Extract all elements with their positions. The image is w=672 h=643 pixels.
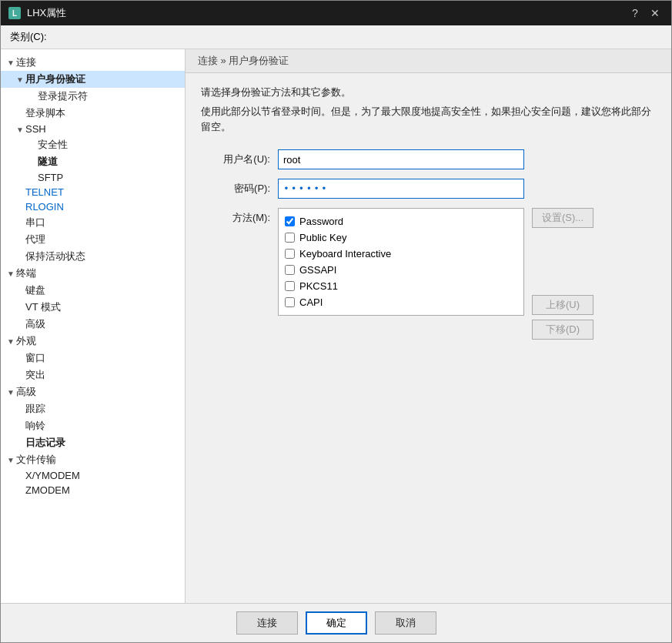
method-item-pkcs11[interactable]: PKCS11 (285, 278, 517, 294)
tree-item-label: 登录脚本 (25, 107, 65, 119)
expand-icon: ▼ (7, 456, 16, 464)
method-checkbox-capi[interactable] (285, 297, 295, 307)
ok-button[interactable]: 确定 (306, 611, 367, 635)
connect-button[interactable]: 连接 (236, 611, 298, 635)
tree-item-zmodem[interactable]: ZMODEM (1, 483, 185, 497)
close-button[interactable]: ✕ (647, 5, 664, 22)
bottom-bar: 连接 确定 取消 (1, 603, 671, 642)
window-controls: ? ✕ (627, 5, 664, 22)
expand-icon: ▼ (7, 270, 16, 278)
tree-item-highlight[interactable]: 突出 (1, 367, 185, 383)
tree-item-keyboard[interactable]: 键盘 (1, 282, 185, 299)
tree-item-label: 跟踪 (25, 403, 45, 414)
title-bar: L LHX属性 ? ✕ (1, 1, 671, 25)
tree-item-keepalive[interactable]: 保持活动状态 (1, 248, 185, 265)
tree-item-advanced[interactable]: 高级 (1, 316, 185, 333)
method-item-gssapi[interactable]: GSSAPI (285, 262, 517, 278)
tree-item-sftp[interactable]: SFTP (1, 170, 185, 185)
methods-row: 方法(M): PasswordPublic KeyKeyboard Intera… (201, 208, 656, 340)
tree-item-telnet[interactable]: TELNET (1, 185, 185, 199)
method-checkbox-gssapi[interactable] (285, 265, 295, 275)
methods-box: PasswordPublic KeyKeyboard InteractiveGS… (278, 208, 524, 316)
tree-item-advanced2[interactable]: ▼高级 (1, 383, 185, 400)
tree-item-label: 键盘 (25, 284, 45, 296)
method-item-capi[interactable]: CAPI (285, 294, 517, 310)
method-label-publickey: Public Key (299, 232, 346, 243)
tree-item-label: 安全性 (38, 139, 68, 150)
tree-item-label: RLOGIN (25, 201, 64, 213)
tree-item-label: 连接 (16, 56, 36, 68)
tree-item-filetransfer[interactable]: ▼文件传输 (1, 451, 185, 468)
description1: 请选择身份验证方法和其它参数。 (201, 85, 656, 99)
help-button[interactable]: ? (627, 5, 644, 22)
section-content: 请选择身份验证方法和其它参数。 使用此部分以节省登录时间。但是，为了最大限度地提… (186, 73, 671, 603)
tree-item-label: 高级 (16, 386, 36, 397)
username-input[interactable] (278, 149, 524, 169)
method-checkbox-keyboard[interactable] (285, 249, 295, 259)
methods-buttons: 设置(S)... 上移(U) 下移(D) (532, 208, 593, 340)
method-item-keyboard[interactable]: Keyboard Interactive (285, 246, 517, 262)
username-row: 用户名(U): (201, 149, 656, 169)
tree-item-label: 响铃 (25, 420, 45, 431)
username-label: 用户名(U): (201, 152, 270, 166)
settings-button[interactable]: 设置(S)... (532, 208, 593, 228)
tree-item-connect[interactable]: ▼连接 (1, 54, 185, 71)
main-content: ▼连接▼用户身份验证登录提示符登录脚本▼SSH安全性隧道SFTPTELNETRL… (1, 49, 671, 603)
tree-item-label: 窗口 (25, 352, 45, 363)
tree-item-bell[interactable]: 响铃 (1, 417, 185, 434)
tree-item-label: 高级 (25, 318, 45, 330)
tree-item-login-script[interactable]: 登录脚本 (1, 105, 185, 122)
method-label-keyboard: Keyboard Interactive (299, 248, 391, 260)
tree-item-security[interactable]: 安全性 (1, 136, 185, 153)
password-row: 密码(P): (201, 179, 656, 199)
move-up-button[interactable]: 上移(U) (532, 295, 593, 315)
tree-item-label: 隧道 (38, 156, 58, 167)
description2: 使用此部分以节省登录时间。但是，为了最大限度地提高安全性，如果担心安全问题，建议… (201, 104, 656, 134)
tree-item-terminal[interactable]: ▼终端 (1, 265, 185, 282)
method-checkbox-password[interactable] (285, 216, 295, 226)
tree-item-window[interactable]: 窗口 (1, 350, 185, 367)
tree-item-label: 突出 (25, 369, 45, 380)
right-panel: 连接 » 用户身份验证 请选择身份验证方法和其它参数。 使用此部分以节省登录时间… (186, 49, 671, 603)
tree-item-label: 日志记录 (25, 437, 65, 448)
tree-item-tunnel[interactable]: 隧道 (1, 153, 185, 170)
expand-icon: ▼ (7, 59, 16, 67)
dialog-title: LHX属性 (27, 6, 66, 20)
method-checkbox-publickey[interactable] (285, 233, 295, 243)
tree-item-label: 终端 (16, 267, 36, 279)
tree-item-label: 登录提示符 (38, 90, 88, 102)
app-icon: L (8, 7, 21, 19)
tree-item-label: 串口 (25, 216, 45, 228)
tree-item-userauth[interactable]: ▼用户身份验证 (1, 71, 185, 88)
password-input[interactable] (278, 179, 524, 199)
tree-item-label: 外观 (16, 335, 36, 347)
method-item-publickey[interactable]: Public Key (285, 229, 517, 246)
expand-icon: ▼ (16, 75, 25, 84)
tree-item-rlogin[interactable]: RLOGIN (1, 199, 185, 214)
method-label-capi: CAPI (299, 296, 323, 308)
tree-item-proxy[interactable]: 代理 (1, 231, 185, 248)
tree-item-ssh[interactable]: ▼SSH (1, 122, 185, 136)
tree-item-label: TELNET (25, 186, 64, 198)
category-label: 类别(C): (10, 31, 47, 42)
method-label-gssapi: GSSAPI (299, 264, 336, 276)
tree-item-xymodem[interactable]: X/YMODEM (1, 468, 185, 483)
tree-item-log[interactable]: 日志记录 (1, 434, 185, 451)
tree-panel: ▼连接▼用户身份验证登录提示符登录脚本▼SSH安全性隧道SFTPTELNETRL… (1, 49, 186, 603)
expand-icon: ▼ (16, 126, 25, 134)
tree-item-label: X/YMODEM (25, 470, 80, 481)
tree-item-label: 代理 (25, 233, 45, 245)
move-down-button[interactable]: 下移(D) (532, 320, 593, 340)
tree-item-trace[interactable]: 跟踪 (1, 400, 185, 417)
tree-item-serial[interactable]: 串口 (1, 214, 185, 231)
tree-item-appearance[interactable]: ▼外观 (1, 333, 185, 350)
cancel-button[interactable]: 取消 (375, 611, 436, 635)
tree-item-label: SFTP (38, 172, 63, 183)
breadcrumb: 连接 » 用户身份验证 (186, 49, 671, 73)
tree-item-vt-mode[interactable]: VT 模式 (1, 299, 185, 316)
method-checkbox-pkcs11[interactable] (285, 281, 295, 291)
method-label-password: Password (299, 216, 343, 227)
tree-item-login-prompt[interactable]: 登录提示符 (1, 88, 185, 105)
tree-item-label: 用户身份验证 (25, 73, 85, 85)
method-item-password[interactable]: Password (285, 213, 517, 229)
